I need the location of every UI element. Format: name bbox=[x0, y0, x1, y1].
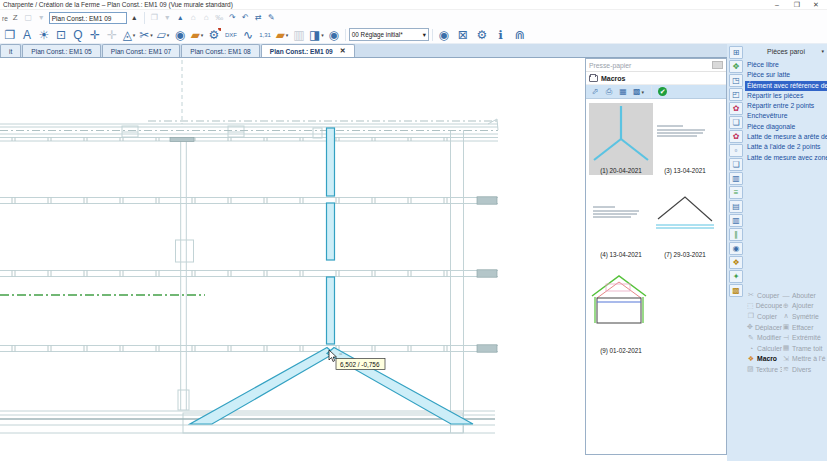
tab-em1-08[interactable]: Plan Const.: EM1 08 bbox=[181, 44, 259, 57]
lock-closed-icon[interactable]: ⌂ bbox=[201, 13, 212, 24]
strip-world-icon[interactable]: ✦ bbox=[729, 270, 743, 283]
z-axis-button[interactable]: Z bbox=[10, 13, 21, 24]
strip-list-green-icon[interactable]: ≡ bbox=[729, 186, 743, 199]
tab-partial[interactable]: it bbox=[0, 44, 21, 57]
strip-flower2-red-icon[interactable]: ✿ bbox=[729, 130, 743, 143]
dxf-export-icon[interactable]: DXF bbox=[223, 27, 239, 43]
strip-flower-red-icon[interactable]: ✿ bbox=[729, 102, 743, 115]
macro-thumbnail-7[interactable]: (7) 29-03-2021 bbox=[653, 187, 717, 259]
action-modifier[interactable]: ✎Modifier bbox=[745, 334, 782, 342]
pan-disabled-icon[interactable]: ✛ bbox=[104, 27, 120, 43]
strip-table-icon[interactable]: ▤ bbox=[729, 200, 743, 213]
restore-button[interactable]: ❐ bbox=[789, 0, 805, 9]
strip-fit-icon[interactable]: ⊞ bbox=[729, 46, 743, 59]
action-abouter[interactable]: —Abouter bbox=[782, 292, 827, 299]
dimension-icon[interactable]: 1,31 bbox=[257, 27, 273, 43]
save-macro-icon[interactable]: ⎙ bbox=[604, 86, 614, 97]
action-calculer[interactable]: ◔Calculer bbox=[745, 345, 782, 352]
plan-dropdown-icon[interactable]: ▴ bbox=[129, 13, 140, 24]
tool-list-item[interactable]: Latte à l'aide de 2 points bbox=[745, 142, 827, 152]
magnifier-icon[interactable]: Q bbox=[70, 27, 86, 43]
macro-thumbnail-3[interactable]: (3) 13-04-2021 bbox=[653, 103, 717, 175]
select-macro-icon[interactable]: ⬀ bbox=[590, 86, 600, 97]
strip-select-icon[interactable]: ◰ bbox=[729, 88, 743, 101]
panel-header[interactable]: Pièces paroi ▾ bbox=[745, 44, 827, 58]
action-couper[interactable]: ✂Couper bbox=[745, 291, 782, 299]
rotate-ccw-icon[interactable]: ↶ bbox=[240, 13, 251, 24]
pen-icon[interactable]: ✎ bbox=[266, 13, 277, 24]
plane-icon[interactable]: ▱▾ bbox=[155, 27, 171, 43]
eye-icon[interactable]: ◉ bbox=[172, 27, 188, 43]
strip-corner-icon[interactable]: ◳ bbox=[729, 74, 743, 87]
view-settings-select[interactable]: 00 Réglage initial*▾ bbox=[349, 28, 429, 41]
action-trame-toit[interactable]: ▦Trame toit bbox=[782, 344, 827, 352]
plan-up-icon[interactable]: ▴ bbox=[175, 13, 186, 24]
tool-list-item[interactable]: Élément avec référence de piè bbox=[745, 81, 827, 91]
zoom-window-icon[interactable]: ⊡ bbox=[53, 27, 69, 43]
rotate-cw-icon[interactable]: ↷ bbox=[227, 13, 238, 24]
tab-em1-07[interactable]: Plan Const.: EM1 07 bbox=[102, 44, 180, 57]
strip-eye-icon[interactable]: ◉ bbox=[729, 242, 743, 255]
confirm-check-icon[interactable]: ✔ bbox=[658, 87, 667, 96]
info-bubble-icon[interactable]: ℹ bbox=[493, 27, 509, 43]
eye-list-gear-icon[interactable]: ◉ bbox=[436, 27, 452, 43]
strip-panes-icon[interactable]: ▥ bbox=[729, 172, 743, 185]
gear-flag-icon[interactable]: ⚙ bbox=[206, 27, 222, 43]
next-plan-icon[interactable]: ▾ bbox=[162, 13, 173, 24]
strip-box-icon[interactable]: ❏ bbox=[729, 116, 743, 129]
tool-list-item[interactable]: Répartir les pièces bbox=[745, 91, 827, 101]
delete-macro-icon[interactable]: ▦ bbox=[618, 86, 628, 97]
view-eye-gear-icon[interactable]: ◉ bbox=[326, 27, 342, 43]
clipboard-panel-header[interactable]: Presse-papier bbox=[586, 59, 726, 72]
close-button[interactable]: ✕ bbox=[808, 0, 824, 9]
action-d-couper[interactable]: ⬚Découper bbox=[745, 302, 782, 310]
action-mettre-l-[interactable]: ⇲Mettre à l'é bbox=[782, 355, 827, 363]
lightbulb-icon[interactable]: ☀ bbox=[36, 27, 52, 43]
action-macro[interactable]: ❖Macro bbox=[745, 355, 782, 363]
action-d-placer[interactable]: ✥Déplacer bbox=[745, 323, 782, 331]
strip-bars-icon[interactable]: ∥ bbox=[729, 228, 743, 241]
panel-layout-icon[interactable]: ◨▾ bbox=[308, 27, 325, 43]
macros-folder-row[interactable]: Macros bbox=[586, 72, 726, 85]
action-texture-3d[interactable]: ▨Texture 3D bbox=[745, 365, 782, 373]
plan-name-field[interactable]: Plan Const.: EM1 09 bbox=[49, 12, 127, 24]
pan-move-icon[interactable]: ✛ bbox=[87, 27, 103, 43]
panel-menu-button[interactable] bbox=[712, 61, 723, 69]
tab-em1-09[interactable]: Plan Const.: EM1 09✕ bbox=[261, 44, 355, 57]
binoculars-icon[interactable]: ⋒ bbox=[512, 27, 528, 43]
strip-dot-icon[interactable]: ▫ bbox=[729, 144, 743, 157]
box-x-gear-icon[interactable]: ⊠ bbox=[455, 27, 471, 43]
action-effacer[interactable]: ▣Effacer bbox=[782, 323, 827, 331]
strip-page-icon[interactable]: ❏ bbox=[729, 158, 743, 171]
lock-open-icon[interactable]: ⌂ bbox=[188, 13, 199, 24]
tool-list-item[interactable]: Pièce sur latte bbox=[745, 70, 827, 80]
action-sym-trie[interactable]: ∧Symétrie bbox=[782, 312, 827, 320]
timber-icon[interactable]: ▰▾ bbox=[189, 27, 205, 43]
action-ajouter[interactable]: ⊕Ajouter bbox=[782, 302, 827, 310]
new-page-icon[interactable]: ❐ bbox=[2, 27, 18, 43]
chevron-down-icon[interactable]: ▾ bbox=[821, 48, 824, 54]
tool-list-item[interactable]: Pièce diagonale bbox=[745, 122, 827, 132]
cut-box-icon[interactable]: ✂▾ bbox=[138, 27, 154, 43]
macro-thumbnail-9[interactable]: (9) 01-02-2021 bbox=[589, 271, 653, 355]
swap-icon[interactable]: ⇄ bbox=[253, 13, 264, 24]
tool-list-item[interactable]: Latte de mesure à arête de par bbox=[745, 132, 827, 142]
macro-thumbnail-4[interactable]: (4) 13-04-2021 bbox=[589, 187, 653, 259]
tab-em1-05[interactable]: Plan Const.: EM1 05 bbox=[22, 44, 100, 57]
tool-list-item[interactable]: Enchevêtrure bbox=[745, 111, 827, 121]
tile-view-icon[interactable]: ▩▾ bbox=[632, 86, 645, 97]
minimize-button[interactable]: – bbox=[769, 0, 785, 9]
tool-list-item[interactable]: Latte de mesure avec zone bbox=[745, 153, 827, 163]
action-copier[interactable]: ❐Copier bbox=[745, 312, 782, 320]
axis-3d-icon[interactable]: ◬▾ bbox=[121, 27, 137, 43]
settings-gear-icon[interactable]: ⚙ bbox=[474, 27, 490, 43]
tool-list-item[interactable]: Pièce libre bbox=[745, 60, 827, 70]
panes-disabled-icon[interactable]: ▥ bbox=[291, 27, 307, 43]
tool-list-item[interactable]: Répartir entre 2 points bbox=[745, 101, 827, 111]
measure-zigzag-icon[interactable]: ∿ bbox=[240, 27, 256, 43]
macro-thumbnail-1[interactable]: (1) 20-04-2021 bbox=[589, 103, 653, 175]
prev-plan-icon[interactable]: ❐ bbox=[149, 13, 160, 24]
strip-move-icon[interactable]: ✥ bbox=[729, 60, 743, 73]
strip-grid-icon[interactable]: ▥ bbox=[729, 214, 743, 227]
strip-tools-icon[interactable]: ❖ bbox=[729, 256, 743, 269]
